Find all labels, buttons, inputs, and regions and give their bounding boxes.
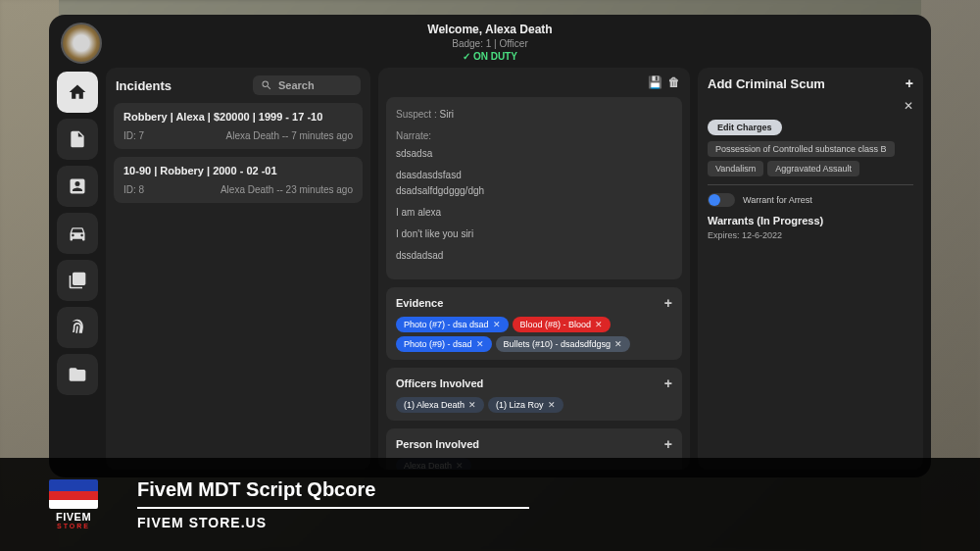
edit-charges-button[interactable]: Edit Charges xyxy=(708,120,782,135)
duty-status[interactable]: ON DUTY xyxy=(49,51,931,62)
search-icon xyxy=(261,79,272,91)
officers-title: Officers Involved xyxy=(396,377,483,389)
narrative-box[interactable]: Suspect : Siri Narrate: sdsadsa dsasdasd… xyxy=(386,97,682,279)
promo-title: FiveM MDT Script Qbcore xyxy=(137,478,529,509)
criminal-title: Add Criminal Scum xyxy=(708,76,825,91)
warrants-title: Warrants (In Progress) xyxy=(708,215,913,226)
suspect-value: Siri xyxy=(439,109,453,120)
evidence-chip[interactable]: Photo (#9) - dsad✕ xyxy=(396,336,492,352)
add-evidence-button[interactable]: + xyxy=(664,295,672,311)
close-criminal-icon[interactable]: ✕ xyxy=(904,99,913,113)
remove-icon[interactable]: ✕ xyxy=(468,400,476,410)
incident-id: ID: 7 xyxy=(123,130,144,141)
evidence-title: Evidence xyxy=(396,297,443,309)
narrative-line: I am alexa xyxy=(396,205,672,221)
promo-logo-sub: STORE xyxy=(57,523,90,529)
incident-card[interactable]: 10-90 | Robbery | 2000 - 02 -01 ID: 8 Al… xyxy=(114,157,363,203)
officer-chip[interactable]: (1) Alexa Death✕ xyxy=(396,397,484,413)
search-placeholder: Search xyxy=(278,79,315,91)
add-officer-button[interactable]: + xyxy=(664,376,672,391)
warrant-toggle[interactable] xyxy=(708,193,735,207)
delete-icon[interactable]: 🗑 xyxy=(668,75,680,89)
promo-bar: FIVEM STORE FiveM MDT Script Qbcore FIVE… xyxy=(0,458,980,551)
promo-subtitle: FIVEM STORE.US xyxy=(137,515,529,530)
suspect-label: Suspect : xyxy=(396,109,437,120)
nav-files[interactable] xyxy=(57,354,98,395)
remove-icon[interactable]: ✕ xyxy=(614,339,622,349)
sidebar xyxy=(57,68,98,470)
evidence-chip[interactable]: Blood (#8) - Blood✕ xyxy=(513,317,612,332)
welcome-text: Welcome, Alexa Death xyxy=(49,23,931,36)
narrative-line: dsadsalfdgdggg/dgh xyxy=(396,183,672,199)
incident-card-title: Robbery | Alexa | $20000 | 1999 - 17 -10 xyxy=(123,111,353,123)
header: Welcome, Alexa Death Badge: 1 | Officer … xyxy=(49,15,931,68)
incidents-title: Incidents xyxy=(116,78,172,93)
flag-icon xyxy=(49,479,98,509)
persons-title: Person Involved xyxy=(396,438,479,450)
officer-chip[interactable]: (1) Liza Roy✕ xyxy=(488,397,564,413)
narrative-line: sdsadsa xyxy=(396,146,672,162)
department-badge-logo xyxy=(61,23,102,64)
detail-column: 💾 🗑 Suspect : Siri Narrate: sdsadsa dsas… xyxy=(378,68,690,470)
narrative-line: I don't like you siri xyxy=(396,226,672,242)
add-criminal-button[interactable]: + xyxy=(906,75,913,91)
remove-icon[interactable]: ✕ xyxy=(493,320,501,329)
warrant-toggle-label: Warrant for Arrest xyxy=(743,195,812,205)
charge-item[interactable]: Vandalism xyxy=(708,161,763,176)
search-input[interactable]: Search xyxy=(253,75,361,95)
add-person-button[interactable]: + xyxy=(664,436,672,452)
nav-profiles[interactable] xyxy=(57,166,98,207)
nav-home[interactable] xyxy=(57,72,98,113)
remove-icon[interactable]: ✕ xyxy=(548,400,556,410)
incident-meta: Alexa Death -- 7 minutes ago xyxy=(225,130,353,141)
evidence-chip[interactable]: Bullets (#10) - dsadsdfdgsg✕ xyxy=(496,336,631,352)
charge-item[interactable]: Aggravated Assault xyxy=(767,161,859,176)
nav-documents[interactable] xyxy=(57,119,98,160)
evidence-section: Evidence + Photo (#7) - dsa dsad✕ Blood … xyxy=(386,287,682,360)
nav-fingerprint[interactable] xyxy=(57,307,98,348)
nav-vehicles[interactable] xyxy=(57,213,98,254)
incidents-column: Incidents Search Robbery | Alexa | $2000… xyxy=(106,68,370,470)
narrate-label: Narrate: xyxy=(396,128,672,144)
charge-item[interactable]: Possession of Controlled substance class… xyxy=(708,141,895,157)
promo-logo-text: FIVEM xyxy=(56,511,91,523)
narrative-line: dsasdasdsfasd xyxy=(396,168,672,183)
warrants-expiry: Expires: 12-6-2022 xyxy=(708,230,913,240)
nav-reports[interactable] xyxy=(57,260,98,301)
mdt-window: Welcome, Alexa Death Badge: 1 | Officer … xyxy=(49,15,931,477)
incident-meta: Alexa Death -- 23 minutes ago xyxy=(220,184,353,195)
promo-logo: FIVEM STORE xyxy=(29,471,118,539)
remove-icon[interactable]: ✕ xyxy=(595,320,603,329)
evidence-chip[interactable]: Photo (#7) - dsa dsad✕ xyxy=(396,317,509,332)
criminal-column: Add Criminal Scum + ✕ Edit Charges Posse… xyxy=(698,68,923,470)
incident-id: ID: 8 xyxy=(123,184,144,195)
narrative-line: dssdadsad xyxy=(396,248,672,264)
save-icon[interactable]: 💾 xyxy=(648,75,662,89)
incident-card[interactable]: Robbery | Alexa | $20000 | 1999 - 17 -10… xyxy=(114,103,363,149)
officers-section: Officers Involved + (1) Alexa Death✕ (1)… xyxy=(386,368,682,421)
remove-icon[interactable]: ✕ xyxy=(476,339,484,349)
badge-info: Badge: 1 | Officer xyxy=(49,38,931,49)
incident-card-title: 10-90 | Robbery | 2000 - 02 -01 xyxy=(123,165,353,176)
